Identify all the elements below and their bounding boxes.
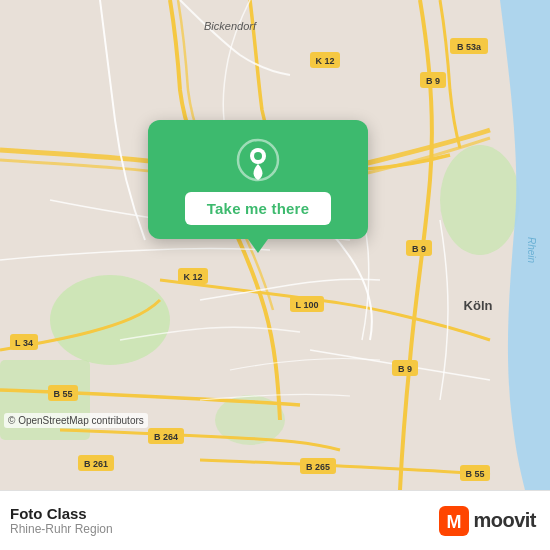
bottom-bar: Foto Class Rhine-Ruhr Region M moovit — [0, 490, 550, 550]
location-info: Foto Class Rhine-Ruhr Region — [10, 505, 113, 536]
map-attribution: © OpenStreetMap contributors — [4, 413, 148, 428]
svg-text:B 9: B 9 — [426, 76, 440, 86]
svg-point-38 — [254, 152, 262, 160]
svg-text:B 53a: B 53a — [457, 42, 482, 52]
svg-text:B 264: B 264 — [154, 432, 178, 442]
moovit-text: moovit — [473, 509, 536, 532]
take-me-there-button[interactable]: Take me there — [185, 192, 331, 225]
svg-text:L 100: L 100 — [296, 300, 319, 310]
svg-text:L 34: L 34 — [15, 338, 33, 348]
svg-text:Köln: Köln — [464, 298, 493, 313]
svg-text:B 9: B 9 — [412, 244, 426, 254]
svg-text:B 55: B 55 — [53, 389, 72, 399]
moovit-logo-icon: M — [439, 506, 469, 536]
popup-card: Take me there — [148, 120, 368, 239]
svg-text:M: M — [447, 512, 462, 532]
location-region: Rhine-Ruhr Region — [10, 522, 113, 536]
svg-text:B 55: B 55 — [465, 469, 484, 479]
svg-point-2 — [440, 145, 520, 255]
map-container: B 59 K 12 K 12 B 9 B 9 B 9 L 100 B 55 B … — [0, 0, 550, 490]
svg-point-1 — [50, 275, 170, 365]
location-name: Foto Class — [10, 505, 113, 522]
svg-text:Rhein: Rhein — [526, 237, 537, 264]
moovit-logo: M moovit — [439, 506, 536, 536]
svg-text:B 261: B 261 — [84, 459, 108, 469]
location-pin-icon — [236, 138, 280, 182]
svg-text:B 265: B 265 — [306, 462, 330, 472]
svg-text:Bickendorf: Bickendorf — [204, 20, 257, 32]
svg-text:K 12: K 12 — [315, 56, 334, 66]
svg-text:B 9: B 9 — [398, 364, 412, 374]
svg-text:K 12: K 12 — [183, 272, 202, 282]
